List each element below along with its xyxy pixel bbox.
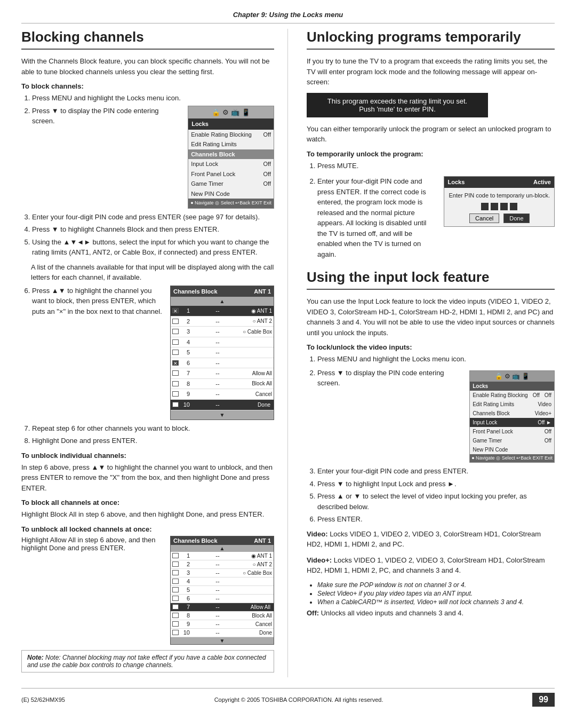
after-rating-text: You can either temporarily unlock the pr… bbox=[307, 124, 555, 145]
ch-num-7: 7 bbox=[180, 369, 190, 378]
ch2-row-2: 2 -- ○ ANT 2 bbox=[171, 560, 274, 569]
unlocking-intro: If you try to tune the TV to a program t… bbox=[307, 56, 555, 88]
to-block-title: To block channels: bbox=[21, 82, 274, 90]
ch-row-1: ✕ 1 -- ◉ ANT 1 bbox=[171, 306, 274, 316]
cancel-button[interactable]: Cancel bbox=[469, 213, 499, 223]
ch-row-3: 3 -- ○ Cable Box bbox=[171, 327, 274, 337]
ch-dash-9: -- bbox=[193, 390, 243, 399]
ch-checkbox-10 bbox=[172, 402, 179, 407]
ch-checkbox-7 bbox=[172, 370, 179, 376]
ch2-label-9: Cancel bbox=[243, 621, 272, 627]
rating-box-line1: This program exceeds the rating limit yo… bbox=[315, 97, 480, 105]
ch-num-4: 4 bbox=[180, 338, 190, 347]
block-step-5-note: A list of the channels available for tha… bbox=[21, 262, 274, 283]
lock-step-5: Press ▲ or ▼ to select the level of vide… bbox=[317, 491, 555, 512]
ch2-row-3: 3 -- ○ Cable Box bbox=[171, 569, 274, 577]
lm-row-newpin: New PIN Code bbox=[470, 445, 554, 454]
ch2-row-10: 10 -- Done bbox=[171, 629, 274, 637]
ch2-num-8: 8 bbox=[180, 612, 190, 619]
ch-dash-8: -- bbox=[193, 379, 243, 389]
ch2-dash-2: -- bbox=[193, 561, 243, 567]
ch2-num-4: 4 bbox=[180, 578, 190, 584]
temp-unlock-steps: Press MUTE. Enter your four-digit PIN co… bbox=[307, 161, 555, 260]
ch-label-1: ◉ ANT 1 bbox=[243, 307, 272, 315]
ch2-num-3: 3 bbox=[180, 569, 190, 576]
ch-num-8: 8 bbox=[180, 379, 190, 389]
video-label: Video: bbox=[307, 530, 328, 538]
input-lock-title: Using the input lock feature bbox=[307, 269, 555, 290]
note-label: Note: bbox=[27, 654, 45, 661]
ch-dash-7: -- bbox=[193, 369, 243, 378]
block-steps-list: Press MENU and highlight the Locks menu … bbox=[21, 93, 274, 258]
block-step-5: Using the ▲▼◄► buttons, select the input… bbox=[32, 237, 274, 258]
block-step-2-text: Press ▼ to display the PIN code entering… bbox=[32, 106, 181, 126]
ch2-label-1: ◉ ANT 1 bbox=[243, 553, 272, 559]
ch2-checkbox-1 bbox=[172, 553, 179, 558]
off-label: Off: bbox=[307, 609, 319, 617]
ch-row-6: ✕ 6 -- bbox=[171, 358, 274, 369]
ch2-row-4: 4 -- bbox=[171, 577, 274, 586]
ch2-checkbox-9 bbox=[172, 621, 179, 627]
ch2-row-5: 5 -- bbox=[171, 586, 274, 595]
menu-footer: ● Navigate ◎ Select ↩Back EXIT Exit bbox=[188, 199, 274, 208]
ch-dash-3: -- bbox=[193, 327, 243, 336]
ch2-row-9: 9 -- Cancel bbox=[171, 620, 274, 629]
scroll-down-1: ▼ bbox=[171, 410, 274, 420]
channel-table-2-header: Channels BlockANT 1 bbox=[171, 536, 274, 545]
videoplus-label: Video+: bbox=[307, 556, 332, 564]
ch2-checkbox-5 bbox=[172, 587, 179, 592]
ch2-checkbox-2 bbox=[172, 561, 179, 567]
ch-checkbox-9 bbox=[172, 391, 179, 397]
blocking-channels-intro: With the Channels Block feature, you can… bbox=[21, 56, 274, 77]
menu-icons: 🔒⚙📺📱 bbox=[188, 106, 274, 119]
to-unblock-title: To unblock individual channels: bbox=[21, 452, 274, 460]
ch-row-5: 5 -- bbox=[171, 347, 274, 358]
ch2-dash-3: -- bbox=[193, 569, 243, 576]
ch-row-4: 4 -- bbox=[171, 337, 274, 348]
lm-row-game: Game TimerOff bbox=[470, 436, 554, 445]
ch-checkbox-5 bbox=[172, 350, 179, 355]
to-lock-title: To lock/unlock the video inputs: bbox=[307, 343, 555, 351]
ch2-checkbox-10 bbox=[172, 630, 179, 635]
locks-menu-right-screenshot: 🔒⚙📺📱 Locks Enable Rating BlockingOffOff … bbox=[469, 370, 555, 463]
block-step-7: Repeat step 6 for other channels you wan… bbox=[32, 423, 274, 434]
ch-dash-1: -- bbox=[193, 306, 243, 315]
pin-entry-box: Locks Active Enter PIN code to temporari… bbox=[444, 176, 555, 227]
ch-dash-10: -- bbox=[193, 400, 243, 409]
lm-row-enable: Enable Rating BlockingOffOff bbox=[470, 391, 554, 400]
ch-label-10: Done bbox=[243, 400, 272, 409]
ch2-num-1: 1 bbox=[180, 552, 190, 559]
ch-label-7: Allow All bbox=[243, 369, 272, 377]
ch2-label-3: ○ Cable Box bbox=[243, 570, 272, 576]
chapter-header: Chapter 9: Using the Locks menu bbox=[21, 11, 555, 23]
menu-row-gametimer: Game TimerOff bbox=[188, 179, 274, 189]
page-number: 99 bbox=[532, 693, 555, 707]
ch-checkbox-3 bbox=[172, 329, 179, 334]
rating-box-line2: Push 'mute' to enter PIN. bbox=[315, 105, 480, 113]
pin-box-active-label: Active bbox=[533, 178, 551, 187]
unblock-all-text: Highlight Allow All in step 6 above, and… bbox=[21, 536, 164, 552]
video-text: Locks VIDEO 1, VIDEO 2, VIDEO 3, ColorSt… bbox=[307, 530, 541, 549]
ch2-num-6: 6 bbox=[180, 595, 190, 602]
unblock-all-title: To unblock all locked channels at once: bbox=[21, 525, 274, 533]
videoplus-description: Video+: Locks VIDEO 1, VIDEO 2, VIDEO 3,… bbox=[307, 555, 555, 576]
temp-step-2: Enter your four-digit PIN code and press… bbox=[317, 176, 555, 259]
block-all-text: Highlight Block All in step 6 above, and… bbox=[21, 509, 274, 520]
menu-row-input: Input LockOff bbox=[188, 159, 274, 169]
ch2-label-8: Block All bbox=[243, 613, 272, 619]
ch-num-3: 3 bbox=[180, 327, 190, 336]
unblock-all-content: Highlight Allow All in step 6 above, and… bbox=[21, 536, 274, 645]
pin-box-text: Enter PIN code to temporariy un-block. bbox=[449, 191, 550, 200]
ch2-checkbox-4 bbox=[172, 579, 179, 584]
ch2-checkbox-3 bbox=[172, 570, 179, 575]
ch2-dash-4: -- bbox=[193, 578, 243, 584]
block-steps-list-2: Press ▲▼ to highlight the channel you wa… bbox=[21, 286, 274, 446]
ch2-num-9: 9 bbox=[180, 621, 190, 627]
ch-checkbox-6: ✕ bbox=[172, 360, 179, 366]
ch-label-3: ○ Cable Box bbox=[243, 328, 272, 336]
footer-model: (E) 52/62HMX95 bbox=[21, 697, 65, 703]
done-button[interactable]: Done bbox=[503, 213, 529, 223]
ch-dash-4: -- bbox=[193, 338, 243, 347]
ch2-num-7: 7 bbox=[180, 604, 190, 610]
left-column: Blocking channels With the Channels Bloc… bbox=[21, 29, 288, 677]
